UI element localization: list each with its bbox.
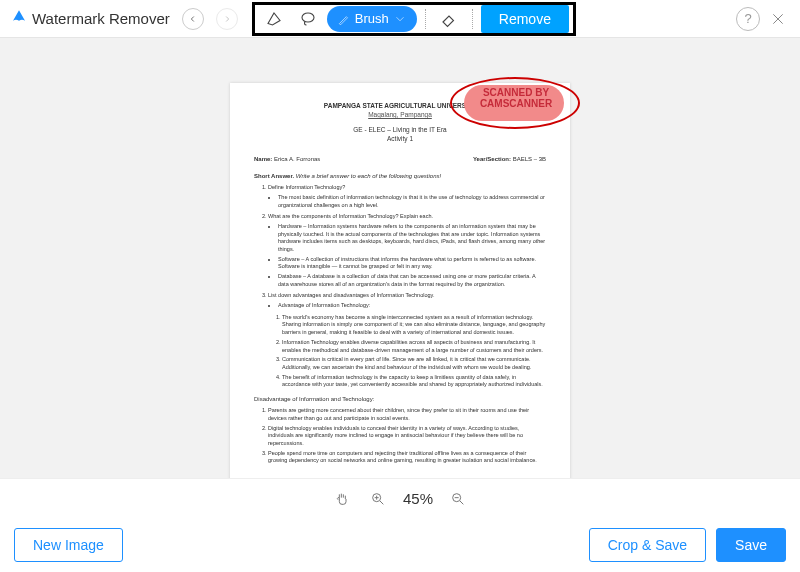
zoom-in-button[interactable] (367, 488, 389, 510)
tool-group: Brush Remove (252, 2, 576, 36)
chevron-down-icon (393, 12, 407, 26)
canvas-area[interactable]: SCANNED BYCAMSCANNER PAMPANGA STATE AGRI… (0, 38, 800, 478)
divider (425, 9, 426, 29)
zoom-out-button[interactable] (447, 488, 469, 510)
help-button[interactable]: ? (736, 7, 760, 31)
save-button[interactable]: Save (716, 528, 786, 562)
brush-tool-dropdown[interactable]: Brush (327, 6, 417, 32)
app-logo: Watermark Remover (10, 8, 170, 30)
app-title: Watermark Remover (32, 10, 170, 27)
lasso-tool[interactable] (293, 6, 323, 32)
eraser-tool[interactable] (434, 6, 464, 32)
remove-button[interactable]: Remove (481, 5, 569, 33)
watermark-selection[interactable]: SCANNED BYCAMSCANNER (450, 75, 600, 131)
pan-tool[interactable] (331, 488, 353, 510)
divider (472, 9, 473, 29)
zoom-value: 45% (403, 490, 433, 507)
undo-button[interactable] (182, 8, 204, 30)
redo-button (216, 8, 238, 30)
crop-save-button[interactable]: Crop & Save (589, 528, 706, 562)
zoom-bar: 45% (0, 478, 800, 518)
document-preview: SCANNED BYCAMSCANNER PAMPANGA STATE AGRI… (230, 83, 570, 478)
new-image-button[interactable]: New Image (14, 528, 123, 562)
close-button[interactable] (766, 7, 790, 31)
logo-icon (10, 8, 28, 30)
brush-label: Brush (355, 11, 389, 26)
polygon-select-tool[interactable] (259, 6, 289, 32)
bottom-bar: New Image Crop & Save Save (0, 518, 800, 572)
svg-point-0 (302, 13, 314, 22)
